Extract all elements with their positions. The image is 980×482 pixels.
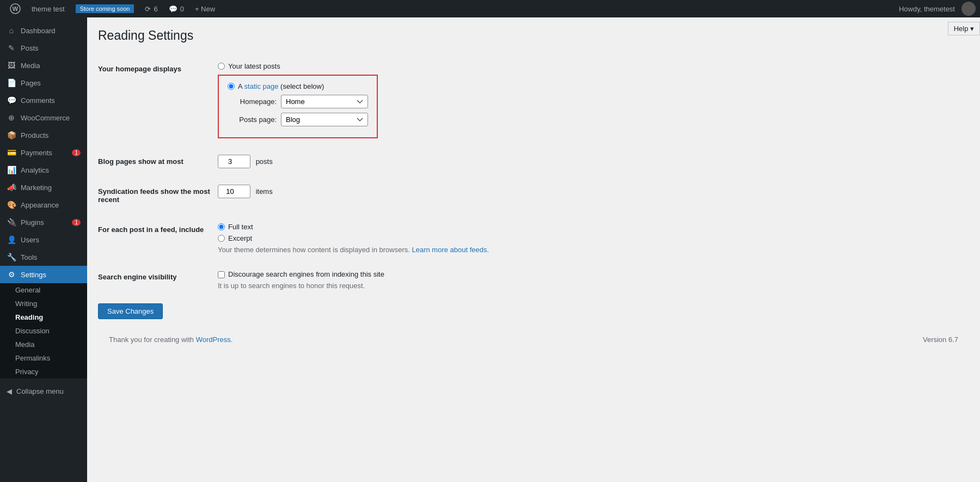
sidebar-item-plugins[interactable]: 🔌 Plugins 1 xyxy=(0,213,87,231)
feed-description: Your theme determines how content is dis… xyxy=(218,246,588,254)
settings-submenu: General Writing Reading Discussion Media… xyxy=(0,283,87,379)
sidebar-item-posts[interactable]: ✎ Posts xyxy=(0,39,87,57)
sidebar-item-media[interactable]: 🖼 Media xyxy=(0,57,87,74)
blog-pages-field: posts xyxy=(218,147,588,176)
search-visibility-checkbox-label[interactable]: Discourage search engines from indexing … xyxy=(228,270,384,278)
admin-bar: W theme test Store coming soon ⟳ 6 💬 0 +… xyxy=(0,0,980,17)
submenu-writing[interactable]: Writing xyxy=(0,297,87,310)
static-page-option: A static page (select below) xyxy=(228,82,368,90)
adminbar-user[interactable]: Howdy, themetest xyxy=(899,2,976,16)
blog-pages-input[interactable] xyxy=(218,155,250,168)
full-text-label[interactable]: Full text xyxy=(228,223,253,231)
homepage-displays-label: Your homepage displays xyxy=(98,54,218,147)
submenu-general[interactable]: General xyxy=(0,283,87,297)
search-visibility-checkbox[interactable] xyxy=(218,271,225,278)
sidebar-item-appearance[interactable]: 🎨 Appearance xyxy=(0,196,87,213)
settings-icon: ⚙ xyxy=(7,270,16,279)
analytics-icon: 📊 xyxy=(7,166,16,174)
homepage-row-label: Homepage: xyxy=(228,97,277,106)
collapse-menu-button[interactable]: ◀ Collapse menu xyxy=(0,383,87,400)
main-content: Reading Settings Your homepage displays xyxy=(87,17,980,482)
static-page-option-label[interactable]: A static page (select below) xyxy=(238,82,324,90)
submenu-permalinks[interactable]: Permalinks xyxy=(0,351,87,365)
posts-page-select[interactable]: Blog News xyxy=(281,113,368,126)
adminbar-store-badge[interactable]: Store coming soon xyxy=(70,0,140,17)
payments-badge: 1 xyxy=(72,149,81,156)
marketing-icon: 📣 xyxy=(7,183,16,192)
full-text-radio[interactable] xyxy=(218,223,225,230)
blog-pages-label: Blog pages show at most xyxy=(98,147,218,176)
search-visibility-note: It is up to search engines to honor this… xyxy=(218,282,588,290)
feed-include-label: For each post in a feed, include xyxy=(98,215,218,262)
search-visibility-field: Discourage search engines from indexing … xyxy=(218,262,588,298)
syndication-field: items xyxy=(218,176,588,215)
excerpt-option: Excerpt xyxy=(218,234,588,242)
footer-version: Version 6.7 xyxy=(923,335,958,344)
save-changes-button[interactable]: Save Changes xyxy=(98,303,163,319)
tools-icon: 🔧 xyxy=(7,253,16,261)
appearance-icon: 🎨 xyxy=(7,200,16,209)
reading-settings-form: Your homepage displays Your latest posts xyxy=(98,54,588,319)
search-visibility-checkbox-row: Discourage search engines from indexing … xyxy=(218,270,588,278)
submenu-discussion[interactable]: Discussion xyxy=(0,324,87,338)
submenu-privacy[interactable]: Privacy xyxy=(0,365,87,379)
learn-more-link[interactable]: Learn more about feeds xyxy=(412,246,487,254)
adminbar-site-name[interactable]: theme test xyxy=(26,0,70,17)
latest-posts-option: Your latest posts xyxy=(218,62,588,70)
sidebar-item-woocommerce[interactable]: ⊕ WooCommerce xyxy=(0,109,87,126)
submenu-reading[interactable]: Reading xyxy=(0,310,87,324)
sidebar-item-settings[interactable]: ⚙ Settings xyxy=(0,266,87,283)
help-button[interactable]: Help ▾ xyxy=(948,22,980,35)
posts-page-row-label: Posts page: xyxy=(228,115,277,124)
feed-include-field: Full text Excerpt Your theme determines … xyxy=(218,215,588,262)
homepage-displays-row: Your homepage displays Your latest posts xyxy=(98,54,588,147)
search-visibility-label: Search engine visibility xyxy=(98,262,218,298)
excerpt-radio[interactable] xyxy=(218,235,225,242)
media-icon: 🖼 xyxy=(7,61,16,70)
adminbar-comments[interactable]: 💬 0 xyxy=(163,0,189,17)
avatar xyxy=(961,2,976,16)
syndication-suffix: items xyxy=(256,187,273,196)
submenu-media[interactable]: Media xyxy=(0,338,87,351)
posts-icon: ✎ xyxy=(7,44,16,52)
footer-credit: Thank you for creating with WordPress. xyxy=(109,335,232,344)
users-icon: 👤 xyxy=(7,235,16,244)
excerpt-label[interactable]: Excerpt xyxy=(228,234,252,242)
full-text-option: Full text xyxy=(218,223,588,231)
adminbar-wp-logo[interactable]: W xyxy=(4,0,26,17)
posts-page-row: Posts page: Blog News xyxy=(228,113,368,126)
feed-options: Full text Excerpt xyxy=(218,223,588,242)
woocommerce-icon: ⊕ xyxy=(7,113,16,122)
feed-include-row: For each post in a feed, include Full te… xyxy=(98,215,588,262)
sidebar-item-comments[interactable]: 💬 Comments xyxy=(0,91,87,109)
submit-section: Save Changes xyxy=(98,303,588,319)
sidebar-item-payments[interactable]: 💳 Payments 1 xyxy=(0,144,87,161)
pages-icon: 📄 xyxy=(7,78,16,87)
sidebar-item-tools[interactable]: 🔧 Tools xyxy=(0,248,87,266)
sidebar-item-dashboard[interactable]: ⌂ Dashboard xyxy=(0,22,87,39)
blog-pages-row: Blog pages show at most posts xyxy=(98,147,588,176)
sidebar-item-analytics[interactable]: 📊 Analytics xyxy=(0,161,87,179)
latest-posts-radio[interactable] xyxy=(218,63,225,70)
sidebar-item-users[interactable]: 👤 Users xyxy=(0,231,87,248)
latest-posts-option-label[interactable]: Your latest posts xyxy=(228,62,280,70)
homepage-displays-field: Your latest posts A static page (select xyxy=(218,54,588,147)
static-page-radio[interactable] xyxy=(228,83,235,90)
page-footer: Thank you for creating with WordPress. V… xyxy=(98,330,969,349)
adminbar-new[interactable]: + New xyxy=(189,0,220,17)
syndication-input[interactable] xyxy=(218,185,250,198)
wordpress-link[interactable]: WordPress xyxy=(196,335,231,344)
settings-table: Your homepage displays Your latest posts xyxy=(98,54,588,298)
static-page-link[interactable]: static page xyxy=(244,82,279,90)
adminbar-updates[interactable]: ⟳ 6 xyxy=(139,0,163,17)
collapse-icon: ◀ xyxy=(7,387,12,395)
homepage-row: Homepage: Home About Contact xyxy=(228,95,368,108)
sidebar-item-products[interactable]: 📦 Products xyxy=(0,126,87,144)
homepage-select[interactable]: Home About Contact xyxy=(281,95,368,108)
sidebar: ⌂ Dashboard ✎ Posts 🖼 Media 📄 Pages 💬 Co… xyxy=(0,17,87,482)
search-visibility-row: Search engine visibility Discourage sear… xyxy=(98,262,588,298)
sidebar-item-marketing[interactable]: 📣 Marketing xyxy=(0,179,87,196)
plugins-icon: 🔌 xyxy=(7,218,16,227)
syndication-label: Syndication feeds show the most recent xyxy=(98,176,218,215)
sidebar-item-pages[interactable]: 📄 Pages xyxy=(0,74,87,91)
